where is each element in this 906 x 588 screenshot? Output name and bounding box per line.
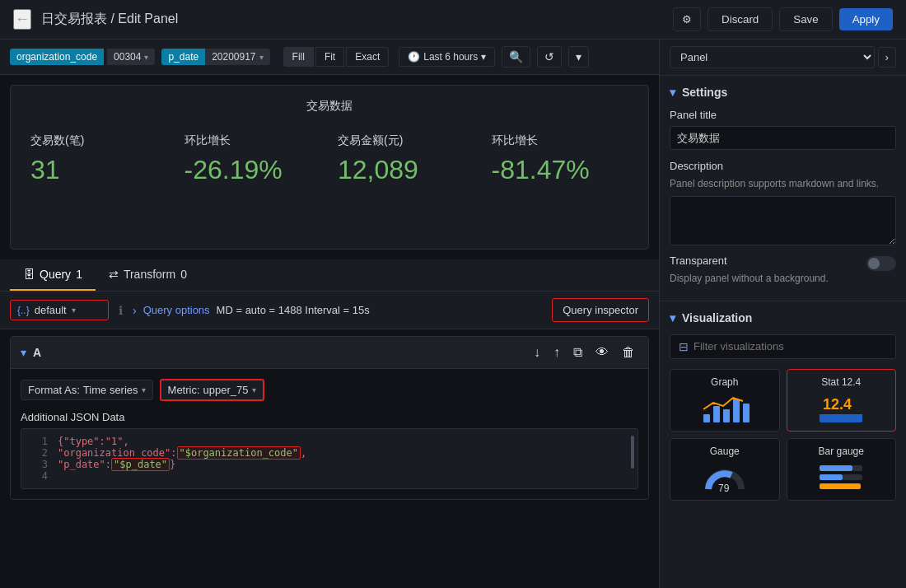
right-panel-header: Panel › [660, 40, 906, 76]
json-line-2: 2 "organization_code":"$organization_cod… [28, 447, 631, 459]
transform-icon: ⇄ [109, 268, 119, 281]
left-panel: organization_code 00304 ▾ p_date 2020091… [0, 40, 659, 588]
section-actions: ↓ ↑ ⧉ 👁 🗑 [530, 343, 638, 362]
move-up-button[interactable]: ↑ [550, 343, 563, 362]
apply-button[interactable]: Apply [839, 8, 893, 30]
datasource-select[interactable]: {..} default ▾ [10, 300, 109, 320]
vis-card-gauge[interactable]: Gauge 79 [670, 438, 780, 501]
metric-select[interactable]: Metric: upper_75 ▾ [160, 379, 264, 401]
db-icon: 🗄 [23, 268, 35, 281]
vis-card-graph[interactable]: Graph [670, 369, 780, 432]
svg-rect-10 [820, 474, 843, 480]
toggle-thumb [868, 258, 880, 269]
stats-grid: 交易数(笔) 31 环比增长 -26.19% 交易金额(元) 12,089 环比… [24, 127, 635, 192]
vis-bar-gauge-label: Bar gauge [819, 446, 864, 457]
vis-gauge-label: Gauge [710, 446, 740, 457]
vis-filter-input[interactable] [694, 340, 887, 352]
move-down-button[interactable]: ↓ [530, 343, 544, 362]
duplicate-button[interactable]: ⧉ [570, 343, 586, 362]
zoom-icon: 🔍 [509, 50, 523, 63]
query-options-button[interactable]: Query options [143, 304, 210, 316]
discard-button[interactable]: Discard [708, 7, 773, 31]
svg-rect-4 [743, 404, 750, 422]
vis-card-bar-gauge[interactable]: Bar gauge [787, 438, 897, 501]
json-line-4: 4 [28, 470, 631, 482]
panel-display-title: 交易数据 [24, 99, 635, 114]
svg-text:12.4: 12.4 [823, 396, 852, 413]
stat-value-2: 12,089 [338, 155, 475, 185]
fill-button[interactable]: Fill [283, 47, 314, 67]
description-textarea[interactable] [670, 196, 896, 245]
vis-card-stat[interactable]: Stat 12.4 12.4 [787, 369, 897, 432]
organization-code-value[interactable]: 00304 ▾ [107, 49, 155, 65]
svg-rect-0 [703, 414, 710, 422]
main-layout: organization_code 00304 ▾ p_date 2020091… [0, 40, 906, 588]
json-line-3: 3 "p_date":"$p_date"} [28, 459, 631, 470]
zoom-out-button[interactable]: 🔍 [502, 46, 530, 68]
more-button[interactable]: ▾ [568, 46, 589, 68]
p-date-value[interactable]: 20200917 ▾ [205, 49, 269, 65]
remove-button[interactable]: 🗑 [619, 343, 638, 362]
tab-transform[interactable]: ⇄ Transform 0 [96, 259, 200, 291]
query-section-header: ▾ A ↓ ↑ ⧉ 👁 🗑 [11, 337, 648, 369]
collapse-icon[interactable]: ▾ [21, 346, 26, 359]
tab-query[interactable]: 🗄 Query 1 [10, 259, 96, 291]
stat-item-3: 环比增长 -81.47% [492, 133, 629, 185]
organization-code-label: organization_code [10, 49, 104, 65]
svg-rect-2 [723, 409, 730, 422]
settings-arrow-icon: ▾ [670, 86, 675, 99]
format-chevron-icon: ▾ [142, 385, 146, 394]
transparent-label: Transparent [670, 254, 860, 267]
expand-button[interactable]: › [878, 47, 896, 68]
more-icon: ▾ [576, 50, 581, 63]
datasource-icon: {..} [17, 305, 30, 316]
vis-grid: Graph Stat 12.4 [670, 369, 896, 501]
query-inspector-button[interactable]: Query inspector [552, 298, 649, 322]
header: ← 日交易报表 / Edit Panel ⚙ Discard Save Appl… [0, 0, 906, 40]
chevron-down-icon-3: ▾ [481, 51, 486, 63]
breadcrumb: 日交易报表 / Edit Panel [41, 11, 673, 28]
time-range-picker[interactable]: 🕐 Last 6 hours ▾ [399, 47, 495, 67]
svg-rect-1 [713, 406, 720, 422]
vis-filter[interactable]: ⊟ [670, 334, 896, 359]
settings-button[interactable]: ⚙ [673, 7, 701, 31]
svg-rect-11 [820, 483, 861, 489]
additional-json-label: Additional JSON Data [21, 411, 638, 423]
stat-item-2: 交易金额(元) 12,089 [338, 133, 475, 185]
scrollbar[interactable] [631, 436, 634, 469]
visualization-section-title[interactable]: ▾ Visualization [670, 311, 896, 324]
metric-chevron-icon: ▾ [252, 385, 256, 394]
refresh-icon: ↺ [544, 50, 554, 63]
format-label: Format As: [28, 384, 80, 396]
metric-label: Metric: [168, 384, 200, 396]
transparent-toggle[interactable] [866, 256, 896, 271]
organization-filter: organization_code 00304 ▾ [10, 49, 155, 65]
settings-section-title[interactable]: ▾ Settings [670, 86, 896, 99]
stat-item-0: 交易数(笔) 31 [30, 133, 168, 185]
toolbar: organization_code 00304 ▾ p_date 2020091… [0, 40, 659, 75]
clock-icon: 🕐 [408, 51, 420, 63]
vis-arrow-icon: ▾ [670, 311, 675, 324]
settings-section: ▾ Settings Panel title Description Panel… [660, 76, 906, 301]
svg-rect-3 [733, 399, 740, 422]
toggle-visibility-button[interactable]: 👁 [592, 343, 612, 362]
fit-button[interactable]: Fit [315, 47, 344, 67]
format-as-select[interactable]: Format As: Time series ▾ [21, 380, 153, 400]
panel-title-label: Panel title [670, 109, 896, 121]
zoom-group: Fill Fit Exact [283, 47, 390, 67]
gear-icon: ⚙ [682, 13, 692, 26]
json-line-1: 1 {"type":"1", [28, 436, 631, 447]
exact-button[interactable]: Exact [346, 47, 389, 67]
panel-type-select[interactable]: Panel [670, 46, 875, 68]
save-button[interactable]: Save [779, 7, 832, 31]
svg-rect-9 [820, 465, 852, 471]
panel-title-input[interactable] [670, 126, 896, 150]
transparent-row: Transparent Display panel without a back… [670, 254, 896, 291]
bar-gauge-icon [816, 460, 866, 493]
json-editor[interactable]: 1 {"type":"1", 2 "organization_code":"$o… [21, 428, 638, 489]
info-button[interactable]: ℹ [115, 301, 126, 320]
stat-label-3: 环比增长 [492, 133, 629, 148]
refresh-button[interactable]: ↺ [537, 46, 562, 68]
visualization-section: ▾ Visualization ⊟ Graph [660, 301, 906, 511]
back-button[interactable]: ← [13, 9, 31, 30]
